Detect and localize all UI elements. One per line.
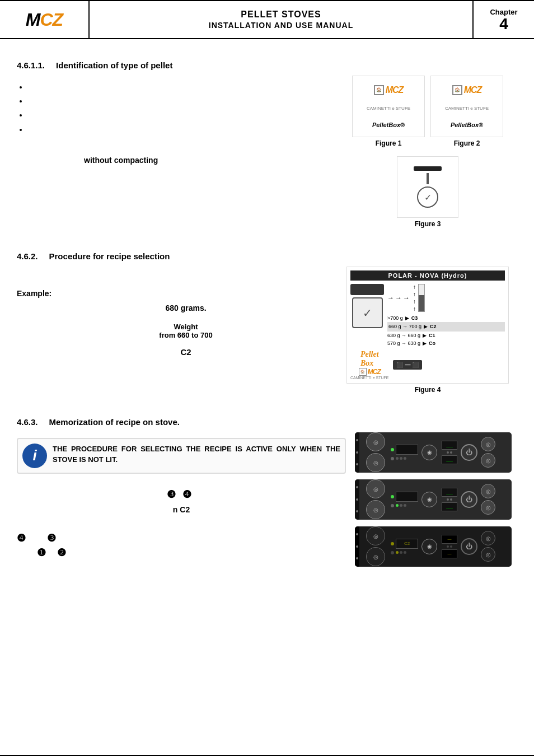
ctrl-side-bar-3: [355, 526, 359, 567]
ctrl-disp-small: ___: [442, 441, 457, 450]
figure-4-img: POLAR - NOVA (Hydro) ✓ → → →: [346, 267, 509, 384]
fig2-logo-row: 🏠 MCZ: [452, 85, 482, 95]
fig2-icon: 🏠: [452, 85, 462, 95]
ctrl-btn-6: ◎: [366, 547, 385, 566]
row-c0-label: 570 g → 630 g: [387, 339, 420, 347]
row-c1-code: C1: [429, 332, 435, 339]
mcz-bottom-icon: 🏠: [359, 368, 367, 376]
control-icon-bottom: ⬛ — ⬛: [393, 360, 422, 370]
header-title-main: PELLET STOVES: [241, 10, 321, 20]
example-label: Example:: [17, 289, 332, 298]
section-4611-num: 4.6.1.1.: [17, 60, 45, 70]
ctrl-right-grp-2: ◎ ◎: [481, 484, 495, 515]
section-463-num: 4.6.3.: [17, 417, 38, 427]
ctrl-rg-btn-5: ◎: [481, 531, 495, 545]
mcz-logo: MCZ: [26, 10, 63, 30]
ctrl-middle-2: [391, 492, 418, 507]
polar-right-panel: → → → ↑ ↑ ↑ ↑: [387, 284, 505, 348]
ctrl-disp-1: [396, 445, 418, 455]
main-content: 4.6.1.1. Identification of type of pelle…: [0, 39, 534, 578]
circles-12-row: ❶ ❷: [37, 547, 66, 559]
figure-3-img: ✓: [397, 156, 458, 218]
polar-bottom-row: PelletBox 🏠 MCZ CAMINETTI e STUFE ⬛ — ⬛: [350, 350, 505, 380]
arrow-right-2: →: [395, 294, 402, 302]
circle-1: ❶: [37, 547, 46, 559]
arr-up-3: ↑: [413, 298, 416, 305]
ctrl-icon-1: ⬛: [396, 362, 403, 368]
ctrl-btn-2: ◎: [366, 453, 385, 472]
polar-body: ✓ → → → ↑ ↑ ↑: [350, 284, 505, 348]
row-c2-label: 660 g → 700 g: [388, 323, 421, 330]
arrow-right-1: →: [387, 294, 394, 302]
ctrl-icon-2: —: [405, 362, 410, 368]
ctrl-right-display-2: ___ ___: [442, 488, 457, 511]
warning-text: THE PROCEDURE FOR SELECTING THE RECIPE I…: [53, 444, 340, 465]
ctrl-btn-5: ◎: [366, 526, 385, 545]
section-4611-title: Identification of type of pellet: [56, 60, 172, 70]
section-462-heading: 4.6.2. Procedure for recipe selection: [17, 251, 517, 261]
ctrl-dots-row-2: [396, 504, 406, 507]
section-4611-left: without compacting: [17, 76, 332, 228]
section-462-right: POLAR - NOVA (Hydro) ✓ → → →: [338, 267, 517, 394]
row-c0-arrow: ▶: [423, 339, 427, 347]
pelletbox-bottom: PelletBox 🏠 MCZ CAMINETTI e STUFE: [350, 350, 388, 380]
scale-pole: [427, 173, 429, 184]
polar-row-c2: 660 g → 700 g ▶ C2: [387, 322, 505, 331]
figures-1-2-row: 🏠 MCZ CAMINETTI e STUFE PelletBox® Figur…: [352, 76, 503, 147]
step-circles-34: ❸ ❹: [17, 488, 346, 501]
fig2-label: Figure 2: [454, 139, 480, 147]
header-title-area: PELLET STOVES INSTALLATION AND USE MANUA…: [90, 1, 472, 38]
step2-row: ❹ ❸ ❶ ❷: [17, 532, 346, 559]
ctrl-right-display: ___ ___: [442, 441, 457, 464]
ctrl-left-btns-3: ◎ ◎: [366, 526, 385, 566]
ctrl-btn-4: ◎: [366, 500, 385, 519]
ctrl-btn-1: ◎: [366, 432, 385, 451]
ctrl-rg-btn-6: ◎: [481, 547, 495, 562]
polar-row-c1: 630 g → 660 g ▶ C1: [387, 332, 505, 339]
ctrl-disp-s4: ___: [442, 502, 457, 511]
mcz-bottom-logo: MCZ: [368, 368, 381, 376]
header-title-sub: INSTALLATION AND USE MANUAL: [209, 21, 354, 30]
ctrl-disp-row1: [391, 445, 418, 455]
bullet-item-4: [28, 123, 332, 137]
section-463-right: ◎ ◎: [355, 432, 517, 567]
ctrl-btn-3: ◎: [366, 479, 385, 498]
polar-left-panel: ✓: [350, 284, 384, 348]
ctrl-rg-btn-4: ◎: [481, 500, 495, 515]
row-c1-label: 630 g → 660 g: [387, 332, 420, 339]
page-header: MCZ PELLET STOVES INSTALLATION AND USE M…: [0, 0, 534, 39]
ctrl-dots-row: [396, 457, 406, 460]
polar-level-fill: [419, 295, 424, 311]
weight-range: from 660 to 700: [39, 331, 332, 339]
ctrl-disp-row3: [391, 492, 418, 502]
fig1-label: Figure 1: [376, 139, 402, 147]
row-c3-code: C3: [411, 314, 418, 322]
polar-display-bar: [350, 284, 384, 295]
led-3: [391, 495, 394, 498]
fig1-pelletbox: PelletBox®: [372, 122, 405, 128]
circle-4-left: ❹: [17, 532, 26, 544]
ctrl-right-display-3: — —: [442, 535, 457, 558]
section-463-title: Memorization of recipe on stove.: [49, 417, 180, 427]
fig1-icon: 🏠: [374, 85, 384, 95]
led-4: [391, 504, 394, 507]
step2-right-area: ❸ ❶ ❷: [37, 532, 66, 559]
warning-box: i THE PROCEDURE FOR SELECTING THE RECIPE…: [17, 438, 346, 474]
ctrl-right-grp-1: ◎ ◎: [481, 437, 495, 468]
led-2: [391, 457, 394, 460]
polar-arrows: → → → ↑ ↑ ↑ ↑: [387, 284, 505, 312]
ctrl-right-grp-3: ◎ ◎: [481, 531, 495, 562]
ctrl-center-btn-2: ◉: [421, 492, 437, 507]
fig1-subtitle: CAMINETTI e STUFE: [367, 106, 410, 111]
bullet-list-4611: [17, 80, 332, 137]
row-c2-arrow: ▶: [424, 323, 428, 330]
ctrl-disp-small-2: ___: [442, 455, 457, 464]
ctrl-left-btns: ◎ ◎: [366, 432, 385, 472]
ctrl-content-2: ◎ ◎: [366, 479, 506, 519]
figure-2-box: 🏠 MCZ CAMINETTI e STUFE PelletBox® Figur…: [430, 76, 503, 147]
ctrl-disp-s6: —: [442, 549, 457, 558]
section-463-heading: 4.6.3. Memorization of recipe on stove.: [17, 417, 517, 427]
control-panel-fig2: ◎ ◎: [355, 479, 517, 520]
ctrl-disp-s3: ___: [442, 488, 457, 497]
section-4611-body: without compacting 🏠 MCZ CAMINETTI e STU…: [17, 76, 517, 228]
